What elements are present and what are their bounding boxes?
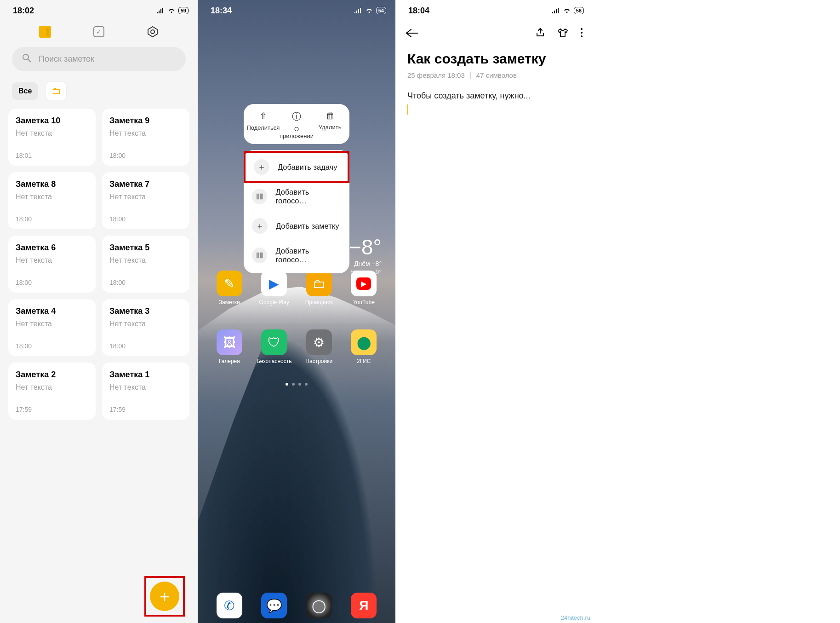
weather-temp: −8° [349,235,382,260]
more-button[interactable] [580,28,583,40]
note-sub: Нет текста [16,129,88,138]
add-note-item[interactable]: ＋ Добавить заметку [244,212,349,240]
note-title: Заметка 8 [16,179,88,189]
chat-icon: 💬 [261,593,287,618]
plus-icon: ＋ [252,218,268,234]
yandex-icon: Я [351,593,377,618]
note-card[interactable]: Заметка 10 Нет текста 18:01 [8,109,96,166]
delete-label: Удалить [319,124,342,131]
note-title: Заметка 9 [109,116,182,126]
note-card[interactable]: Заметка 9 Нет текста 18:00 [102,109,189,166]
note-card[interactable]: Заметка 3 Нет текста 18:00 [102,299,189,356]
editor-toolbar [395,19,593,45]
status-right: 59 [156,7,189,14]
note-charcount: 47 символов [476,71,517,79]
camera-icon: ◯ [306,593,332,618]
note-body-text: Чтобы создать заметку, нужно... [407,91,531,100]
add-task-item[interactable]: ＋ Добавить задачу [244,151,349,183]
app-actions-popup: ⇧ Поделиться ⓘ О приложении 🗑 Удалить [244,104,349,144]
info-icon: ⓘ [292,110,301,123]
app-label: Проводник [305,299,333,306]
add-task-label: Добавить задачу [278,163,337,172]
add-voice-item-1[interactable]: ⦀⦀ Добавить голосо… [244,181,349,212]
note-card[interactable]: Заметка 6 Нет текста 18:00 [8,236,96,293]
note-title: Заметка 6 [16,243,88,253]
note-time: 17:59 [109,406,182,413]
note-sub: Нет текста [16,256,88,265]
note-time: 18:00 [109,279,182,286]
note-title[interactable]: Как создать заметку [395,45,593,69]
filter-row: Все 🗀 [0,76,198,104]
weather-sub: Днём −8° Ночью −9° [350,260,382,276]
app-security[interactable]: 🛡Безопасность [256,329,292,364]
app-notes[interactable]: ✎Заметки [211,271,248,306]
battery-icon: 59 [178,7,189,14]
add-note-label: Добавить заметку [276,222,339,231]
about-label: О приложении [280,126,314,139]
top-tabs: ✓ [0,19,198,42]
note-sub: Нет текста [109,320,182,328]
dock-yandex[interactable]: ЯЯндекс [345,593,382,618]
app-2gis[interactable]: ⬤2ГИС [345,329,382,364]
note-sub: Нет текста [16,320,88,328]
delete-action[interactable]: 🗑 Удалить [314,110,346,139]
note-title: Заметка 4 [16,306,88,316]
note-card[interactable]: Заметка 8 Нет текста 18:00 [8,172,96,229]
note-time: 18:00 [109,215,182,223]
app-gallery[interactable]: 🖼Галерея [211,329,248,364]
add-voice-item-2[interactable]: ⦀⦀ Добавить голосо… [244,240,349,271]
notes-grid: Заметка 10 Нет текста 18:01 Заметка 9 Не… [0,104,198,424]
tasks-tab[interactable]: ✓ [93,26,105,38]
notes-tab[interactable] [39,26,51,38]
search-icon [22,53,31,65]
theme-button[interactable] [557,28,568,40]
filter-all[interactable]: Все [12,82,38,100]
gear-icon: ⚙ [306,329,332,355]
note-card[interactable]: Заметка 1 Нет текста 17:59 [102,363,189,420]
dock-phone[interactable]: ✆Телефон [211,593,248,618]
notes-icon: ✎ [217,271,242,296]
share-action[interactable]: ⇧ Поделиться [247,110,279,139]
check-icon: ✓ [93,26,104,37]
note-sub: Нет текста [109,129,182,138]
note-card[interactable]: Заметка 2 Нет текста 17:59 [8,363,96,420]
app-row-2: 🖼Галерея 🛡Безопасность ⚙Настройки ⬤2ГИС [198,329,395,364]
dock-camera[interactable]: ◯Камера [301,593,337,618]
about-action[interactable]: ⓘ О приложении [280,110,313,139]
create-note-fab[interactable]: ＋ [150,582,179,611]
dock-messages[interactable]: 💬Сообщения [256,593,292,618]
status-time: 18:34 [211,6,232,16]
settings-button[interactable] [147,26,159,38]
note-sub: Нет текста [109,193,182,201]
watermark: 24hitech.ru [561,614,590,621]
note-card[interactable]: Заметка 7 Нет текста 18:00 [102,172,189,229]
share-button[interactable] [535,28,545,40]
pin-icon: ⬤ [351,329,377,355]
filter-folder[interactable]: 🗀 [46,81,67,100]
note-title: Заметка 1 [109,370,182,380]
weather-day: Днём −8° [350,260,382,268]
note-card[interactable]: Заметка 4 Нет текста 18:00 [8,299,96,356]
popup-tail [261,272,270,278]
gallery-icon: 🖼 [217,329,242,355]
status-bar: 18:04 58 [395,0,593,19]
share-icon: ⇧ [259,110,267,121]
plus-icon: ＋ [254,159,269,175]
note-meta: 25 февраля 18:03 47 символов [395,69,593,81]
home-screen: 18:34 54 ⇧ Поделиться ⓘ О приложении 🗑 У… [198,0,395,623]
weather-night: Ночью −9° [350,268,382,276]
status-bar: 18:02 59 [0,0,198,19]
fab-highlight: ＋ [144,576,185,617]
note-body[interactable]: Чтобы создать заметку, нужно... [395,81,593,125]
note-card[interactable]: Заметка 5 Нет текста 18:00 [102,236,189,293]
status-time: 18:02 [13,6,34,16]
more-icon [580,28,583,38]
battery-icon: 54 [376,7,386,14]
back-button[interactable] [406,27,418,41]
app-settings[interactable]: ⚙Настройки [301,329,337,364]
dock: ✆Телефон 💬Сообщения ◯Камера ЯЯндекс [198,593,395,618]
search-input[interactable]: Поиск заметок [12,47,186,71]
note-time: 18:00 [109,152,182,159]
signal-icon [156,7,165,14]
note-sub: Нет текста [109,256,182,265]
